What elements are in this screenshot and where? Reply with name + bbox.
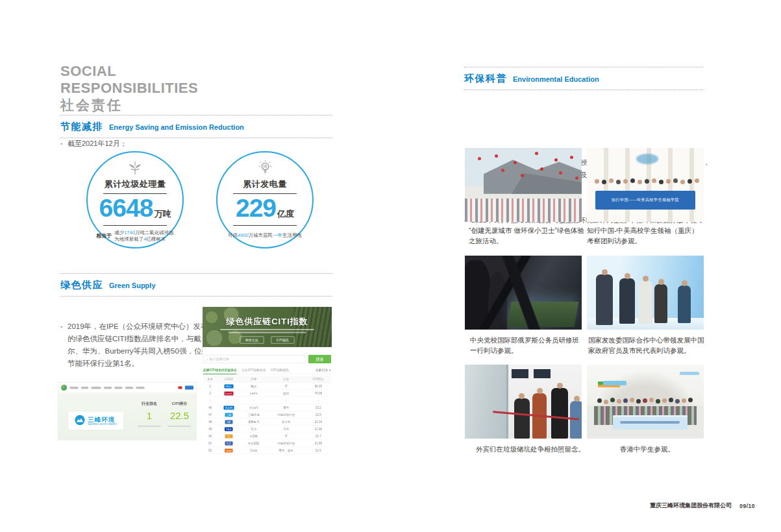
leaves-icon	[127, 159, 143, 176]
person-figure	[514, 398, 530, 439]
table-header-cell: CITI得分	[306, 376, 331, 383]
photo-caption-4: 国家发改委国际合作中心带领发展中国家政府官员及市民代表到访参观。	[588, 335, 706, 356]
brand-cell: 卡西欧	[241, 433, 267, 440]
rank-cell: 47	[203, 411, 217, 418]
nav-item[interactable]	[136, 387, 145, 389]
table-row: 47 三峰 三峰环境 节能环保产业 22.5	[203, 411, 331, 418]
sanfeng-logo-zh: 三峰环境	[88, 417, 117, 423]
industry-filter-dropdown[interactable]: 全部行业 ∨	[316, 368, 331, 372]
method-button[interactable]: 评价方法	[240, 337, 264, 344]
brand-cell: 宝洁	[241, 426, 267, 433]
industry-cell: 纺织	[267, 390, 306, 397]
photo-caption-3: 中央党校国际部俄罗斯公务员研修班一行到访参观。	[470, 335, 586, 356]
person-figure	[638, 281, 652, 324]
industry-rank-metric: 行业排名 1	[136, 401, 163, 428]
section-education-title-en: Environmental Education	[513, 75, 599, 83]
rank-cell: 51	[203, 440, 217, 447]
brand-logo: ⋮	[225, 398, 232, 402]
logo-cell: GE	[217, 418, 240, 426]
logo-cell: 光大	[217, 440, 240, 447]
language-flag-icon[interactable]	[179, 387, 182, 389]
score-cell: 21.68	[306, 440, 331, 447]
chevron-down-icon: ∨	[329, 369, 331, 372]
person-figure	[551, 388, 568, 439]
table-header-row: 排名LOGO品牌行业CITI得分	[203, 376, 331, 383]
nav-item[interactable]	[92, 387, 101, 389]
logo-cell: 沃尔玛	[217, 404, 240, 411]
brand-search-input[interactable]: ⌕ 输入品牌名称	[203, 355, 304, 363]
brand-cell: 光大国际	[241, 440, 267, 447]
brand-logo: 光大	[225, 441, 232, 445]
section-education-heading: 环保科普 Environmental Education	[464, 67, 703, 90]
industry-cell: 节能环保产业	[267, 411, 306, 418]
rank-cell: 1	[203, 383, 217, 390]
industry-cell: ⋮	[267, 397, 306, 404]
photo-hongkong-students-group	[587, 365, 704, 439]
citi-ranking-table: 排名LOGO品牌行业CITI得分 1 DELL 戴尔 IT 80.25	[203, 376, 331, 454]
citi-index-screenshot: 绿色供应链CITI指数 评价方法 CITI报告 ⌕ 输入品牌名称 搜索 品牌CI…	[203, 307, 332, 439]
waste-pit-glass	[465, 365, 508, 439]
login-button[interactable]	[185, 386, 193, 390]
nav-item[interactable]	[70, 387, 79, 389]
table-row: 1 DELL 戴尔 IT 80.25	[203, 383, 331, 390]
ipe-sanfeng-screenshot: 三峰环境 SANFENG ENVIRONMENT 行业排名 1 CITI得分 2…	[58, 383, 196, 440]
stat-circle-waste: 累计垃圾处理量 6648 万吨 相当于 减少1740万吨二氧化碳排放 为地球新栽…	[86, 151, 184, 248]
photo-caption-5: 外宾们在垃圾储坑处争相拍照留念。	[476, 444, 596, 454]
group-heads	[595, 179, 599, 184]
table-header-cell: 排名	[203, 376, 217, 383]
ipe-logo-icon	[61, 385, 67, 391]
section-green-title-en: Green Supply	[109, 282, 156, 289]
nav-item[interactable]	[115, 387, 123, 389]
banner-subtitle-bar	[229, 332, 306, 333]
stat-power-value-row: 229 亿度	[236, 195, 294, 222]
photo-caption-6: 香港中学生参观。	[620, 444, 724, 454]
stat-waste-label: 累计垃圾处理量	[105, 178, 166, 190]
photo-caption-1: “创建无废城市 做环保小卫士”绿色体验之旅活动。	[469, 225, 584, 246]
stat-waste-value-row: 6648 万吨	[99, 195, 171, 222]
search-button[interactable]: 搜索	[308, 355, 331, 363]
table-row: ⋮ ⋮ ⋮ ⋮ ⋮	[203, 397, 331, 404]
logo-cell: P&G	[217, 426, 240, 433]
nav-item[interactable]	[125, 387, 133, 389]
score-cell: 21.7	[306, 433, 331, 440]
person-figure	[654, 284, 667, 323]
stat-waste-unit: 万吨	[154, 208, 171, 220]
citi-report-button[interactable]: CITI报告	[271, 337, 294, 344]
brand-logo: 沃尔玛	[223, 405, 234, 409]
table-row: 50 C 卡西欧 IT 21.7	[203, 433, 331, 440]
report-title-en-line2: RESPONSIBILITIES	[60, 80, 198, 97]
group-heads	[597, 398, 602, 403]
sanfeng-wall-sign	[603, 381, 626, 385]
industry-cell: 零售、超市	[267, 447, 306, 454]
page-footer: 重庆三峰环境集团股份有限公司 09/10	[650, 502, 755, 510]
brand-cell: Coop	[241, 447, 267, 454]
table-row: 46 沃尔玛 沃尔玛 零售 23.2	[203, 404, 331, 411]
wall-slogan-sign	[680, 372, 699, 375]
brand-logo: 三峰	[225, 413, 232, 417]
industry-cell: 日化	[267, 426, 306, 433]
tab-citi-ranking[interactable]: 品牌CITI绿色供应链排名	[203, 368, 237, 374]
photo-visitors-waste-pit	[465, 365, 582, 439]
score-cell: 21.98	[306, 426, 331, 433]
nav-item[interactable]	[104, 387, 112, 389]
rank-label: 行业排名	[136, 401, 163, 407]
tab-industry-ranking[interactable]: 行业CITI指数排名	[242, 368, 266, 372]
photo-caption-2: 知行中国-中美高校学生领袖（重庆）考察团到访参观。	[587, 225, 704, 246]
equiv-label: 相当于	[96, 233, 112, 239]
tab-citi-report[interactable]: CITI指数报告	[271, 368, 289, 372]
rank-cell: 50	[203, 433, 217, 440]
monitor-screens	[512, 369, 528, 378]
logo-cell: C	[217, 433, 240, 440]
rank-cell: 46	[203, 404, 217, 411]
photo-model-exhibition	[465, 256, 582, 330]
table-header-cell: LOGO	[217, 376, 240, 383]
table-row: 2 Levi's Levi's 纺织 75.98	[203, 390, 331, 397]
report-title: SOCIAL RESPONSIBILITIES 社会责任	[60, 63, 198, 114]
score-value: 22.5	[164, 411, 195, 421]
energy-asof-text: 截至2021年12月；	[60, 138, 262, 150]
rank-note-bar	[138, 426, 161, 427]
nav-item[interactable]	[81, 387, 88, 389]
section-green-heading: 绿色供应 Green Supply	[60, 273, 332, 296]
brand-cell: Levi's	[241, 390, 267, 397]
blue-banner: 知行中国——中美高校学生领袖学院	[595, 191, 696, 210]
